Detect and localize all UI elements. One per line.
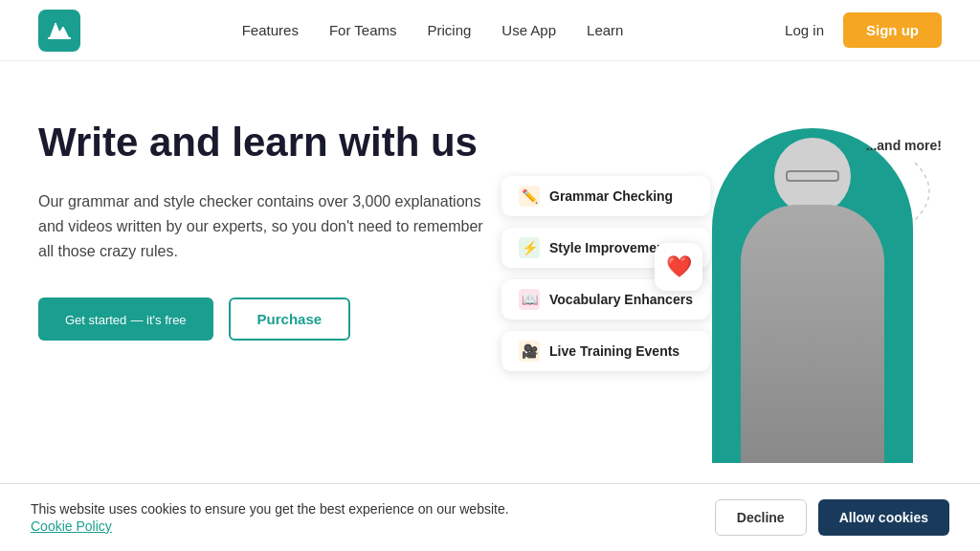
nav-actions: Log in Sign up: [785, 12, 942, 48]
cookie-text-block: This website uses cookies to ensure you …: [31, 500, 509, 520]
logo-icon: [46, 17, 73, 44]
navbar: Features For Teams Pricing Use App Learn…: [0, 0, 980, 61]
dotted-arc: [858, 153, 934, 230]
cookie-banner: This website uses cookies to ensure you …: [0, 483, 980, 520]
cookie-actions: Decline Allow cookies: [715, 499, 949, 520]
purchase-button[interactable]: Purchase: [229, 298, 351, 341]
nav-pricing[interactable]: Pricing: [427, 22, 471, 38]
feature-label-training: Live Training Events: [549, 343, 679, 359]
feature-card-training: 🎥 Live Training Events: [501, 331, 710, 371]
nav-for-teams[interactable]: For Teams: [329, 22, 397, 38]
decline-button[interactable]: Decline: [715, 499, 807, 520]
person-glasses: [786, 170, 839, 182]
style-icon: ⚡: [519, 237, 540, 258]
hero-title: Write and learn with us: [38, 119, 498, 166]
hero-section: Write and learn with us Our grammar and …: [0, 61, 980, 520]
nav-links: Features For Teams Pricing Use App Learn: [242, 22, 624, 38]
login-link[interactable]: Log in: [785, 22, 824, 38]
hero-left: Write and learn with us Our grammar and …: [38, 119, 498, 341]
nav-use-app[interactable]: Use App: [501, 22, 556, 38]
feature-label-grammar: Grammar Checking: [549, 188, 673, 204]
heart-badge: ❤️: [655, 243, 702, 291]
logo[interactable]: [38, 10, 80, 52]
nav-learn[interactable]: Learn: [587, 22, 623, 38]
cookie-message: This website uses cookies to ensure you …: [31, 501, 509, 517]
vocab-icon: 📖: [519, 289, 540, 310]
allow-cookies-button[interactable]: Allow cookies: [818, 499, 949, 520]
feature-card-grammar: ✏️ Grammar Checking: [501, 176, 710, 216]
grammar-icon: ✏️: [519, 186, 540, 207]
cookie-policy-link[interactable]: Cookie Policy: [31, 518, 112, 520]
and-more-label: ...and more!: [866, 138, 942, 153]
hero-buttons: Get started — it's free Purchase: [38, 298, 498, 341]
hero-illustration: ...and more! ❤️ ✏️ Grammar Checking ⚡ St…: [501, 119, 942, 482]
nav-features[interactable]: Features: [242, 22, 299, 38]
training-icon: 🎥: [519, 341, 540, 362]
signup-button[interactable]: Sign up: [843, 12, 942, 48]
feature-label-vocab: Vocabulary Enhancers: [549, 292, 693, 307]
person-torso: [741, 205, 884, 463]
hero-description: Our grammar and style checker contains o…: [38, 189, 498, 263]
get-started-button[interactable]: Get started — it's free: [38, 298, 213, 341]
